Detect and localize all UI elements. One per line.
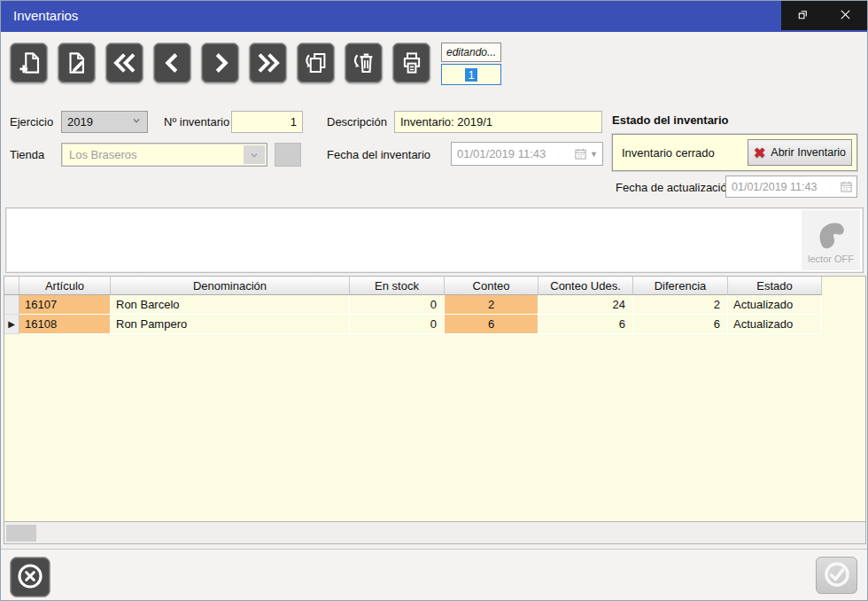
cell-denominacion[interactable]: Ron Barcelo: [111, 295, 350, 315]
cell-articulo[interactable]: 16107: [19, 295, 111, 315]
descripcion-label: Descripción: [327, 115, 387, 129]
cell-en-stock[interactable]: 0: [350, 315, 445, 334]
lector-label: lector OFF: [808, 254, 854, 264]
fecha-inventario-label: Fecha del inventario: [327, 148, 430, 161]
table-header-row: ArtículoDenominaciónEn stockConteoConteo…: [4, 277, 865, 295]
column-header-denominacion[interactable]: Denominación: [111, 277, 350, 295]
chevron-down-icon: [244, 145, 265, 164]
current-row-marker-icon: ▶: [8, 320, 15, 329]
last-record-button[interactable]: [249, 43, 287, 83]
copy-icon: [303, 50, 329, 76]
horizontal-scrollbar[interactable]: [4, 521, 866, 544]
close-form-button[interactable]: [10, 557, 50, 597]
cell-conteo[interactable]: 6: [445, 315, 539, 334]
chevron-left-icon: [159, 50, 186, 76]
tienda-value: Los Braseros: [69, 148, 137, 161]
row-selector[interactable]: [4, 295, 19, 315]
print-button[interactable]: [392, 43, 430, 83]
edit-record-button[interactable]: [58, 43, 96, 83]
doc-plus-icon: [16, 50, 43, 76]
fecha-inventario-value: 01/01/2019 11:43: [457, 147, 546, 160]
chevrons-left-icon: [112, 50, 138, 76]
barcode-scanner-icon: [812, 217, 849, 256]
row-selector-header: [4, 277, 19, 295]
estado-status-text: Inventario cerrado: [622, 146, 715, 160]
cell-estado[interactable]: Actualizado: [728, 295, 822, 315]
cell-conteo-udes[interactable]: 6: [539, 315, 633, 334]
cell-diferencia[interactable]: 2: [633, 295, 728, 315]
new-record-button[interactable]: [10, 43, 48, 83]
restore-icon: [796, 8, 810, 24]
row-selector[interactable]: ▶: [4, 315, 19, 334]
window-title: Inventarios: [13, 8, 78, 23]
calendar-icon: [840, 180, 853, 193]
num-inventario-field[interactable]: 1: [231, 111, 303, 133]
table-row[interactable]: ▶16108Ron Pampero0666Actualizado: [4, 315, 865, 334]
doc-edit-icon: [64, 50, 90, 76]
column-header-conteo-udes[interactable]: Conteo Udes.: [539, 277, 633, 295]
scrollbar-thumb[interactable]: [6, 525, 36, 542]
window-controls: [781, 1, 867, 30]
header-filler: [822, 277, 865, 295]
inventory-table: ArtículoDenominaciónEn stockConteoConteo…: [4, 276, 866, 521]
cell-diferencia[interactable]: 6: [633, 315, 728, 334]
delete-record-button[interactable]: [345, 43, 383, 83]
previous-record-button[interactable]: [153, 43, 191, 83]
fecha-actualizacion-field[interactable]: 01/01/2019 11:43: [725, 176, 857, 198]
column-header-estado[interactable]: Estado: [728, 277, 822, 295]
cell-en-stock[interactable]: 0: [350, 295, 445, 315]
column-header-articulo[interactable]: Artículo: [19, 277, 111, 295]
close-window-button[interactable]: [825, 1, 868, 30]
inventarios-window: Inventarios editando... 1 Ejercicio 2019: [0, 0, 868, 601]
titlebar: Inventarios: [1, 1, 867, 32]
confirm-button[interactable]: [816, 557, 857, 594]
descripcion-value: Inventario: 2019/1: [400, 115, 492, 129]
first-record-button[interactable]: [105, 43, 143, 83]
chevron-right-icon: [207, 50, 234, 76]
cell-conteo[interactable]: 2: [445, 295, 539, 315]
red-cross-icon: ✖: [754, 144, 765, 161]
chevron-down-icon: ▼: [590, 150, 598, 159]
tienda-select[interactable]: Los Braseros: [61, 143, 267, 167]
chevron-down-icon: [131, 115, 142, 129]
column-header-conteo[interactable]: Conteo: [445, 277, 539, 295]
fecha-actualizacion-label: Fecha de actualización: [616, 181, 733, 194]
cell-denominacion[interactable]: Ron Pampero: [111, 315, 350, 334]
tienda-label: Tienda: [10, 148, 44, 161]
circle-x-icon: [15, 561, 45, 594]
estado-inventario-panel: Inventario cerrado ✖ Abrir Inventario: [612, 134, 857, 171]
toolbar-buttons: [10, 43, 430, 83]
cell-estado[interactable]: Actualizado: [728, 315, 822, 334]
calendar-icon: [574, 147, 587, 160]
next-record-button[interactable]: [201, 43, 239, 83]
restore-button[interactable]: [781, 1, 825, 30]
num-inventario-label: Nº inventario: [164, 115, 229, 129]
ejercicio-select[interactable]: 2019: [61, 111, 148, 133]
copy-record-button[interactable]: [297, 43, 335, 83]
lector-toggle[interactable]: lector OFF: [802, 210, 860, 270]
circle-check-icon: [822, 559, 852, 592]
descripcion-field[interactable]: Inventario: 2019/1: [394, 111, 602, 133]
column-header-diferencia[interactable]: Diferencia: [633, 277, 728, 295]
editing-status-badge: editando...: [441, 43, 501, 62]
abrir-inventario-label: Abrir Inventario: [771, 146, 846, 159]
footer-bar: [1, 549, 868, 601]
table-body: 16107Ron Barcelo02242Actualizado▶16108Ro…: [4, 295, 865, 334]
fecha-actualizacion-value: 01/01/2019 11:43: [732, 181, 817, 193]
record-number-field[interactable]: 1: [441, 64, 501, 85]
reader-panel: lector OFF: [5, 207, 864, 273]
num-inventario-value: 1: [291, 115, 297, 129]
ejercicio-label: Ejercicio: [10, 115, 53, 129]
editing-indicator: editando... 1: [441, 43, 501, 85]
column-header-en-stock[interactable]: En stock: [350, 277, 445, 295]
close-icon: [839, 8, 852, 24]
table-row[interactable]: 16107Ron Barcelo02242Actualizado: [4, 295, 865, 315]
fecha-inventario-field[interactable]: 01/01/2019 11:43 ▼: [451, 142, 603, 166]
record-number-value: 1: [465, 68, 477, 82]
printer-icon: [399, 50, 425, 76]
cell-conteo-udes[interactable]: 24: [539, 295, 633, 315]
abrir-inventario-button[interactable]: ✖ Abrir Inventario: [748, 139, 852, 166]
cell-articulo[interactable]: 16108: [19, 315, 111, 334]
delete-icon: [351, 50, 377, 76]
tienda-aux-button[interactable]: [275, 143, 301, 167]
